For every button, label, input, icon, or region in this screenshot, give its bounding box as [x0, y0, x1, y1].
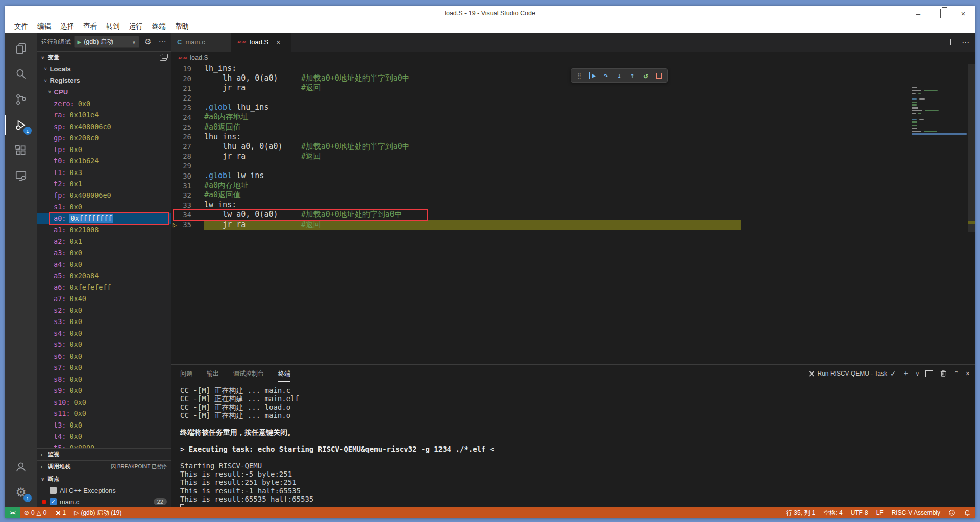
- panel-tab-2[interactable]: 调试控制台: [233, 365, 264, 382]
- terminal-output[interactable]: CC -[M] 正在构建 ... main.cCC -[M] 正在构建 ... …: [171, 382, 975, 507]
- activity-bar-run-and-debug[interactable]: 1: [5, 112, 37, 138]
- editor-gutter[interactable]: 22: [171, 93, 204, 103]
- register-row-t0[interactable]: t00x1b624: [37, 155, 171, 167]
- register-row-a2[interactable]: a20x1: [37, 236, 171, 247]
- register-row-s7[interactable]: s70x0: [37, 362, 171, 374]
- register-row-a0[interactable]: a00xffffffff: [37, 213, 171, 225]
- new-terminal-icon[interactable]: ＋: [902, 369, 910, 378]
- register-row-s11[interactable]: s110x0: [37, 408, 171, 419]
- code-line-29[interactable]: 29: [171, 161, 975, 171]
- breadcrumb[interactable]: ASM load.S: [171, 52, 975, 64]
- register-row-s2[interactable]: s20x0: [37, 305, 171, 316]
- register-row-t3[interactable]: t30x0: [37, 419, 171, 431]
- activity-bar-settings[interactable]: ⚙1: [5, 480, 37, 505]
- debug-step-into-button[interactable]: ↓: [613, 69, 625, 82]
- activity-bar-search[interactable]: [5, 61, 37, 87]
- indentation-status[interactable]: 空格: 4: [819, 507, 846, 518]
- breakpoint-item-0[interactable]: All C++ Exceptions: [37, 485, 171, 496]
- register-row-a1[interactable]: a10x21008: [37, 224, 171, 236]
- editor-gutter[interactable]: 20: [171, 73, 204, 83]
- code-line-32[interactable]: 32#a0返回值: [171, 190, 975, 200]
- menu-item-0[interactable]: 文件: [10, 22, 33, 31]
- activity-bar-explorer[interactable]: [5, 36, 37, 61]
- split-terminal-icon[interactable]: [925, 370, 933, 377]
- gear-icon[interactable]: ⚙: [142, 37, 154, 46]
- editor-gutter[interactable]: 28: [171, 152, 204, 161]
- split-editor-icon[interactable]: [947, 39, 954, 45]
- register-row-a7[interactable]: a70x40: [37, 293, 171, 305]
- cursor-position-status[interactable]: 行 35, 列 1: [782, 507, 819, 518]
- more-actions-icon[interactable]: ⋯: [157, 37, 168, 46]
- tab-main-c[interactable]: Cmain.c: [171, 33, 231, 52]
- register-row-s8[interactable]: s80x0: [37, 374, 171, 385]
- maximize-icon[interactable]: [936, 10, 945, 17]
- activity-bar-extensions[interactable]: [5, 138, 37, 163]
- more-actions-icon[interactable]: ⋯: [962, 38, 970, 47]
- chevron-down-icon[interactable]: ∨: [916, 371, 919, 377]
- callstack-section-header[interactable]: › 调用堆栈 因 BREAKPOINT 已暂停: [37, 460, 171, 473]
- panel-tab-3[interactable]: 终端: [278, 365, 290, 382]
- breakpoint-item-1[interactable]: ✓main.c22: [37, 496, 171, 507]
- code-line-35[interactable]: ▷35 jr ra #返回: [171, 220, 975, 230]
- minimap[interactable]: [912, 85, 967, 136]
- debug-stop-button[interactable]: [653, 69, 665, 82]
- close-tab-icon[interactable]: ×: [276, 38, 280, 46]
- register-row-ra[interactable]: ra0x101e4: [37, 109, 171, 121]
- tab-load-S[interactable]: ASMload.S×: [231, 33, 291, 52]
- menu-item-2[interactable]: 选择: [56, 22, 79, 31]
- tree-cpu[interactable]: ∨CPU: [37, 86, 171, 98]
- kill-terminal-trash-icon[interactable]: [939, 369, 947, 378]
- editor-gutter[interactable]: 32: [171, 190, 204, 200]
- variables-section-header[interactable]: ∨ 变量: [37, 51, 171, 63]
- problems-status[interactable]: ⊘ 0 △ 0: [20, 507, 51, 518]
- code-line-25[interactable]: 25#a0返回值: [171, 122, 975, 132]
- menu-item-1[interactable]: 编辑: [33, 22, 56, 31]
- panel-tab-0[interactable]: 问题: [180, 365, 192, 382]
- register-row-zero[interactable]: zero0x0: [37, 98, 171, 110]
- language-mode-status[interactable]: RISC-V Assembly: [888, 507, 944, 518]
- register-row-s5[interactable]: s50x0: [37, 339, 171, 351]
- breakpoint-checkbox[interactable]: [50, 487, 57, 494]
- watch-section-header[interactable]: › 监视: [37, 448, 171, 460]
- register-row-fp[interactable]: fp0x408006e0: [37, 190, 171, 202]
- code-line-31[interactable]: 31#a0内存地址: [171, 181, 975, 190]
- debug-step-over-button[interactable]: ↷: [600, 69, 612, 82]
- breakpoints-section-header[interactable]: ∨ 断点: [37, 473, 171, 485]
- debug-session-status[interactable]: ▷ (gdb) 启动 (19): [70, 507, 126, 518]
- debug-restart-button[interactable]: ↺: [640, 69, 652, 82]
- editor-gutter[interactable]: 25: [171, 122, 204, 132]
- code-line-28[interactable]: 28 jr ra #返回: [171, 152, 975, 161]
- editor-gutter[interactable]: 34: [171, 210, 204, 219]
- menu-item-6[interactable]: 终端: [148, 22, 170, 31]
- editor-gutter[interactable]: 26: [171, 132, 204, 142]
- menu-item-7[interactable]: 帮助: [170, 22, 193, 31]
- register-row-s3[interactable]: s30x0: [37, 316, 171, 328]
- menu-item-5[interactable]: 运行: [125, 22, 148, 31]
- register-row-gp[interactable]: gp0x208c0: [37, 132, 171, 144]
- tree-locals[interactable]: ∨Locals: [37, 63, 171, 75]
- code-line-24[interactable]: 24#a0内存地址: [171, 112, 975, 122]
- register-row-t4[interactable]: t40x0: [37, 431, 171, 442]
- register-row-s1[interactable]: s10x0: [37, 201, 171, 213]
- encoding-status[interactable]: UTF-8: [847, 507, 872, 518]
- code-line-33[interactable]: 33lw_ins:: [171, 200, 975, 210]
- editor-gutter[interactable]: 21: [171, 83, 204, 93]
- code-line-30[interactable]: 30.globl lw_ins: [171, 171, 975, 181]
- activity-bar-remote-explorer[interactable]: [5, 163, 37, 189]
- code-line-27[interactable]: 27 lhu a0, 0(a0) #加载a0+0地址处的半字到a0中: [171, 142, 975, 152]
- maximize-panel-icon[interactable]: ⌃: [953, 369, 960, 378]
- editor-scrollbar[interactable]: [968, 64, 975, 232]
- code-line-34[interactable]: 34 lw a0, 0(a0) #加载a0+0地址处的字到a0中: [171, 210, 975, 219]
- register-row-t1[interactable]: t10x3: [37, 167, 171, 179]
- debug-drag-handle[interactable]: ⣿: [573, 69, 585, 82]
- register-row-a6[interactable]: a60xfefefeff: [37, 282, 171, 293]
- editor-gutter[interactable]: 23: [171, 103, 204, 112]
- close-panel-icon[interactable]: ×: [966, 369, 970, 378]
- open-view-icon[interactable]: [160, 55, 167, 61]
- editor-gutter[interactable]: 29: [171, 161, 204, 171]
- editor-gutter[interactable]: 33: [171, 200, 204, 210]
- editor-gutter[interactable]: 24: [171, 112, 204, 122]
- code-line-26[interactable]: 26lhu_ins:: [171, 132, 975, 142]
- editor-gutter[interactable]: 19: [171, 64, 204, 73]
- eol-status[interactable]: LF: [872, 507, 888, 518]
